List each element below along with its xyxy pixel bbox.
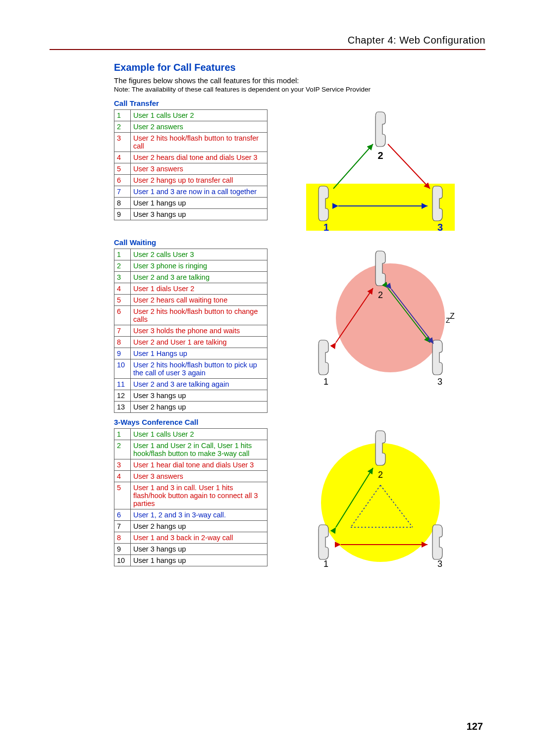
handset-icon	[319, 340, 328, 375]
table-row: 5User 1 and 3 in call. User 1 hits flash…	[114, 482, 268, 509]
table-row: 4User 2 hears dial tone and dials User 3	[114, 152, 268, 163]
steps-table: 1User 1 calls User 2 2User 1 and User 2 …	[114, 428, 268, 566]
table-row: 8User 1 and 3 back in 2-way call	[114, 532, 268, 544]
svg-text:3: 3	[437, 222, 443, 233]
section-title: Example for Call Features	[114, 62, 485, 73]
svg-text:2: 2	[378, 470, 383, 480]
table-row: 13User 2 hangs up	[114, 402, 268, 413]
handset-icon	[375, 112, 385, 147]
table-row: 1User 1 calls User 2	[114, 429, 268, 440]
table-row: 3User 1 hear dial tone and dials User 3	[114, 459, 268, 471]
note-text: Note: The availability of these call fea…	[114, 86, 485, 93]
table-row: 6User 2 hits hook/flash button to change…	[114, 306, 268, 325]
table-row: 9User 1 Hangs up	[114, 348, 268, 359]
diagram-call-transfer: 2 1 3	[275, 109, 485, 233]
table-row: 7User 1 and 3 are now in a call together	[114, 186, 268, 198]
table-row: 8User 1 hangs up	[114, 198, 268, 209]
table-row: 7User 2 hangs up	[114, 521, 268, 532]
table-row: 6User 2 hangs up to transfer call	[114, 175, 268, 186]
handset-icon	[319, 525, 328, 559]
svg-text:1: 1	[323, 222, 329, 233]
svg-text:3: 3	[437, 559, 442, 567]
feature-call-waiting: Call Waiting 1User 2 calls User 3 2User …	[114, 238, 485, 413]
table-row: 4User 3 answers	[114, 471, 268, 482]
chapter-title: Chapter 4: Web Configuration	[50, 35, 485, 50]
diagram-call-waiting: 2 1 3 Z Z	[275, 249, 485, 387]
table-row: 5User 2 hears call waiting tone	[114, 295, 268, 306]
table-row: 12User 3 hangs up	[114, 390, 268, 402]
table-row: 7User 3 holds the phone and waits	[114, 325, 268, 337]
page-number: 127	[467, 721, 483, 732]
table-row: 2User 1 and User 2 in Call, User 1 hits …	[114, 440, 268, 459]
svg-text:1: 1	[323, 377, 328, 387]
svg-line-2	[388, 144, 430, 189]
table-row: 6User 1, 2 and 3 in 3-way call.	[114, 509, 268, 521]
table-row: 5User 3 answers	[114, 163, 268, 175]
table-row: 1User 1 calls User 2	[114, 110, 268, 121]
table-row: 2User 3 phone is ringing	[114, 260, 268, 272]
feature-title: Call Transfer	[114, 99, 485, 107]
table-row: 4User 1 dials User 2	[114, 283, 268, 295]
intro-text: The figures below shows the call feature…	[114, 76, 485, 85]
handset-icon	[432, 340, 442, 375]
svg-text:2: 2	[377, 150, 383, 161]
table-row: 2User 2 answers	[114, 121, 268, 133]
feature-title: 3-Ways Conference Call	[114, 418, 485, 426]
table-row: 9User 3 hangs up	[114, 209, 268, 220]
svg-text:1: 1	[323, 559, 328, 567]
feature-conference: 3-Ways Conference Call 1User 1 calls Use…	[114, 418, 485, 567]
table-row: 3User 2 hits hook/flash button to transf…	[114, 133, 268, 152]
steps-table: 1User 1 calls User 2 2User 2 answers 3Us…	[114, 109, 268, 220]
steps-table: 1User 2 calls User 3 2User 3 phone is ri…	[114, 249, 268, 413]
table-row: 9User 3 hangs up	[114, 544, 268, 555]
table-row: 10User 2 hits hook/flash button to pick …	[114, 359, 268, 379]
svg-text:2: 2	[378, 290, 383, 300]
table-row: 8User 2 and User 1 are talking	[114, 337, 268, 348]
svg-text:Z: Z	[450, 312, 455, 320]
handset-icon	[432, 525, 442, 559]
page: Chapter 4: Web Configuration Example for…	[0, 0, 535, 756]
feature-title: Call Waiting	[114, 238, 485, 247]
svg-text:3: 3	[437, 377, 442, 387]
feature-call-transfer: Call Transfer 1User 1 calls User 2 2User…	[114, 99, 485, 233]
diagram-conference: 2 1 3	[275, 428, 485, 567]
table-row: 3User 2 and 3 are talking	[114, 272, 268, 283]
table-row: 11User 2 and 3 are talking again	[114, 379, 268, 390]
table-row: 1User 2 calls User 3	[114, 249, 268, 260]
table-row: 10User 1 hangs up	[114, 555, 268, 566]
svg-line-1	[333, 144, 373, 189]
